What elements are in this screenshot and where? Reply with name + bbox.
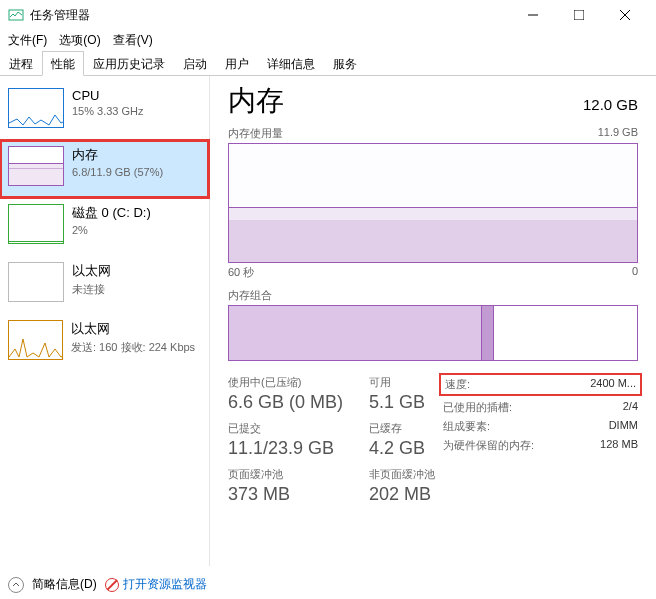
- memory-composition-chart: [228, 305, 638, 361]
- main-panel: 内存 12.0 GB 内存使用量 11.9 GB 60 秒 0 内存组合 使用中…: [210, 76, 656, 566]
- page-title: 内存: [228, 82, 284, 120]
- axis-left: 60 秒: [228, 265, 254, 280]
- svg-rect-2: [574, 10, 584, 20]
- property-hardware-reserved: 为硬件保留的内存: 128 MB: [443, 436, 638, 455]
- sidebar-item-ethernet-1[interactable]: 以太网 未连接: [0, 256, 209, 314]
- menu-options[interactable]: 选项(O): [55, 32, 104, 49]
- sidebar-item-sub: 未连接: [72, 282, 111, 297]
- fewer-details-icon[interactable]: [8, 577, 24, 593]
- sidebar-item-sub: 发送: 160 接收: 224 Kbps: [71, 340, 201, 355]
- tab-services[interactable]: 服务: [324, 51, 366, 76]
- property-speed: 速度: 2400 M...: [439, 373, 642, 396]
- sidebar-item-cpu[interactable]: CPU 15% 3.33 GHz: [0, 82, 209, 140]
- footer: 简略信息(D) 打开资源监视器: [8, 576, 207, 593]
- sidebar-item-sub: 6.8/11.9 GB (57%): [72, 166, 163, 178]
- sidebar-item-memory[interactable]: 内存 6.8/11.9 GB (57%): [0, 140, 209, 198]
- axis-right: 0: [632, 265, 638, 280]
- resource-monitor-icon: [105, 578, 119, 592]
- tab-app-history[interactable]: 应用历史记录: [84, 51, 174, 76]
- minimize-button[interactable]: [510, 0, 556, 30]
- sidebar-item-sub: 2%: [72, 224, 151, 236]
- composition-label: 内存组合: [228, 288, 638, 303]
- window-title: 任务管理器: [30, 7, 510, 24]
- cpu-thumb-chart: [8, 88, 64, 128]
- stat-nonpaged-pool: 非页面缓冲池 202 MB: [369, 467, 435, 505]
- memory-thumb-chart: [8, 146, 64, 186]
- tabs: 进程 性能 应用历史记录 启动 用户 详细信息 服务: [0, 50, 656, 76]
- usage-chart-max: 11.9 GB: [598, 126, 638, 141]
- sidebar-item-disk[interactable]: 磁盘 0 (C: D:) 2%: [0, 198, 209, 256]
- property-form-factor: 组成要素: DIMM: [443, 417, 638, 436]
- usage-chart-label: 内存使用量: [228, 126, 283, 141]
- stat-available: 可用 5.1 GB: [369, 375, 435, 413]
- tab-startup[interactable]: 启动: [174, 51, 216, 76]
- tab-performance[interactable]: 性能: [42, 51, 84, 76]
- sidebar-item-label: 内存: [72, 146, 163, 164]
- sidebar-item-sub: 15% 3.33 GHz: [72, 105, 144, 117]
- open-resource-monitor-link[interactable]: 打开资源监视器: [105, 576, 207, 593]
- sidebar-item-label: 磁盘 0 (C: D:): [72, 204, 151, 222]
- fewer-details-link[interactable]: 简略信息(D): [32, 576, 97, 593]
- tab-processes[interactable]: 进程: [0, 51, 42, 76]
- close-button[interactable]: [602, 0, 648, 30]
- stat-paged-pool: 页面缓冲池 373 MB: [228, 467, 343, 505]
- menu-view[interactable]: 查看(V): [109, 32, 157, 49]
- memory-total: 12.0 GB: [583, 96, 638, 113]
- sidebar-item-label: CPU: [72, 88, 144, 103]
- sidebar: CPU 15% 3.33 GHz 内存 6.8/11.9 GB (57%) 磁盘…: [0, 76, 210, 566]
- menu-file[interactable]: 文件(F): [4, 32, 51, 49]
- stat-committed: 已提交 11.1/23.9 GB: [228, 421, 343, 459]
- stat-in-use: 使用中(已压缩) 6.6 GB (0 MB): [228, 375, 343, 413]
- ethernet-thumb-chart: [8, 320, 63, 360]
- memory-properties: 速度: 2400 M... 已使用的插槽: 2/4 组成要素: DIMM 为硬件…: [443, 375, 638, 505]
- memory-usage-chart: [228, 143, 638, 263]
- sidebar-item-ethernet-2[interactable]: 以太网 发送: 160 接收: 224 Kbps: [0, 314, 209, 372]
- menubar: 文件(F) 选项(O) 查看(V): [0, 30, 656, 50]
- titlebar: 任务管理器: [0, 0, 656, 30]
- stat-cached: 已缓存 4.2 GB: [369, 421, 435, 459]
- app-icon: [8, 7, 24, 23]
- ethernet-thumb-chart: [8, 262, 64, 302]
- tab-users[interactable]: 用户: [216, 51, 258, 76]
- sidebar-item-label: 以太网: [71, 320, 201, 338]
- tab-details[interactable]: 详细信息: [258, 51, 324, 76]
- disk-thumb-chart: [8, 204, 64, 244]
- maximize-button[interactable]: [556, 0, 602, 30]
- sidebar-item-label: 以太网: [72, 262, 111, 280]
- property-slots: 已使用的插槽: 2/4: [443, 398, 638, 417]
